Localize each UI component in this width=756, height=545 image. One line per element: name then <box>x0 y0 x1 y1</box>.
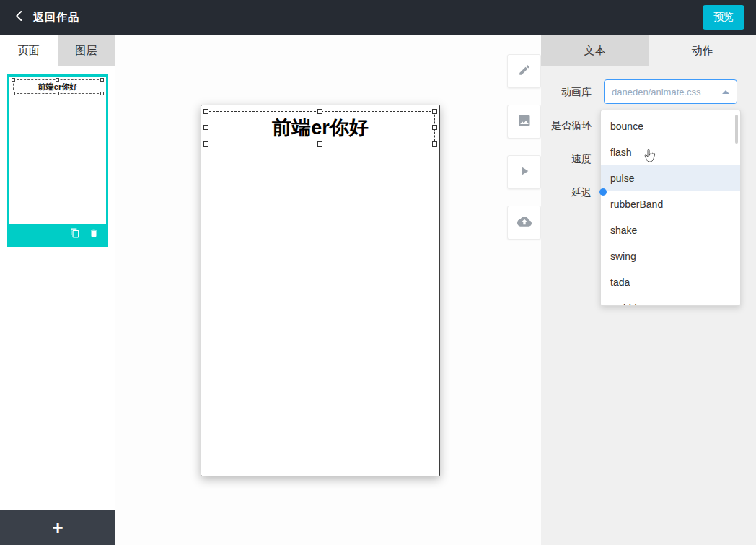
tab-layers[interactable]: 图层 <box>58 35 115 66</box>
dropdown-option[interactable]: pulse <box>601 165 740 191</box>
app-window: 返回作品 预览 页面 图层 前端er你好 <box>0 0 756 545</box>
dropdown-option[interactable]: rubberBand <box>601 191 740 217</box>
dropdown-option[interactable]: wobble <box>601 295 740 306</box>
chevron-up-icon <box>722 90 729 94</box>
thumbnail-toolbar <box>9 224 106 245</box>
dropdown-scrollbar[interactable] <box>735 115 738 144</box>
label-delay: 延迟 <box>541 186 592 199</box>
back-label: 返回作品 <box>33 11 79 25</box>
resize-handle-ne[interactable] <box>432 109 437 114</box>
tab-pages[interactable]: 页面 <box>0 35 58 66</box>
panel-tabs: 文本 动作 <box>541 35 756 66</box>
animation-dropdown-list: bounce flash pulse rubberBand shake swin… <box>600 110 741 306</box>
canvas-area: 前端er你好 <box>115 35 541 545</box>
tab-action[interactable]: 动作 <box>649 35 756 66</box>
artboard[interactable]: 前端er你好 <box>201 105 440 476</box>
back-button[interactable]: 返回作品 <box>0 9 84 25</box>
label-speed: 速度 <box>541 153 592 166</box>
select-value: daneden/animate.css <box>612 87 722 97</box>
thumbnail-text: 前端er你好 <box>38 82 77 91</box>
delay-slider-handle[interactable] <box>599 188 607 196</box>
play-icon <box>518 165 531 180</box>
text-element-content: 前端er你好 <box>272 115 369 141</box>
resize-handle-nw[interactable] <box>203 109 208 114</box>
left-sidebar: 页面 图层 前端er你好 + <box>0 35 115 545</box>
preview-button[interactable]: 预览 <box>703 5 744 30</box>
pencil-icon <box>518 64 531 79</box>
animation-library-select[interactable]: daneden/animate.css <box>604 79 737 104</box>
image-tool-button[interactable] <box>507 105 541 139</box>
delete-page-icon[interactable] <box>89 228 99 241</box>
edit-tool-button[interactable] <box>507 54 541 88</box>
add-page-button[interactable]: + <box>0 510 115 545</box>
tab-text[interactable]: 文本 <box>541 35 649 66</box>
dropdown-option[interactable]: bounce <box>601 113 740 139</box>
cloud-upload-icon <box>517 214 532 232</box>
label-animation-library: 动画库 <box>541 86 592 99</box>
image-icon <box>517 113 532 131</box>
resize-handle-n[interactable] <box>317 109 322 114</box>
resize-handle-w[interactable] <box>203 125 208 130</box>
page-thumbnail[interactable]: 前端er你好 <box>7 74 108 247</box>
page-thumbnail-preview: 前端er你好 <box>9 79 106 227</box>
label-loop: 是否循环 <box>541 119 592 132</box>
top-bar: 返回作品 预览 <box>0 0 756 35</box>
dropdown-option[interactable]: shake <box>601 217 740 243</box>
thumbnail-text-element: 前端er你好 <box>13 79 102 94</box>
dropdown-option[interactable]: flash <box>601 139 740 165</box>
dropdown-option[interactable]: tada <box>601 269 740 295</box>
sidebar-tabs: 页面 图层 <box>0 35 115 66</box>
duplicate-page-icon[interactable] <box>70 228 80 241</box>
selected-text-element[interactable]: 前端er你好 <box>206 111 435 144</box>
resize-handle-s[interactable] <box>317 141 322 147</box>
plus-icon: + <box>52 517 63 539</box>
resize-handle-e[interactable] <box>432 125 437 130</box>
properties-panel: 文本 动作 动画库 是否循环 速度 延迟 daneden/animate.css… <box>541 35 756 545</box>
play-tool-button[interactable] <box>507 155 541 189</box>
upload-tool-button[interactable] <box>507 206 541 240</box>
resize-handle-sw[interactable] <box>203 141 208 147</box>
chevron-left-icon <box>13 9 26 25</box>
resize-handle-se[interactable] <box>432 141 437 147</box>
dropdown-option[interactable]: swing <box>601 243 740 269</box>
